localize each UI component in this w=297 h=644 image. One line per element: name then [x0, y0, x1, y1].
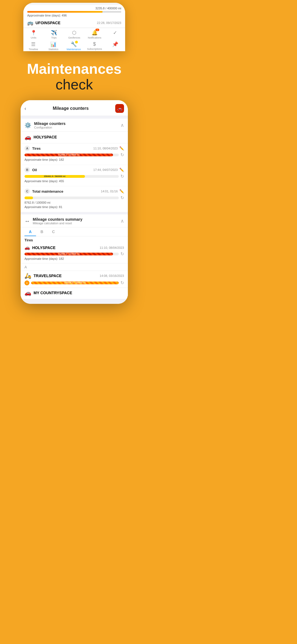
- top-progress-fill: [27, 11, 103, 13]
- maint-refresh-tires[interactable]: ↻: [120, 152, 124, 157]
- holyspace-car-icon: 🚗: [24, 134, 31, 140]
- holyspace-header: 🚗 HOLYSPACE: [24, 134, 124, 140]
- travelspace-header: 🛵 TRAVELSPACE 14:08, 03/16/2023: [24, 272, 124, 279]
- top-unit-icon: 🚌: [27, 20, 33, 26]
- maint-progress-fill-tires: 212060.2 / 224000 mi: [24, 154, 113, 156]
- maint-header-oil: B Oil 17:44, 04/07/2023 ✏️: [24, 167, 124, 173]
- countryspace-name: MY COUNTRYSPACE: [34, 291, 72, 295]
- maint-name-oil: Oil: [32, 168, 93, 172]
- maint-date-tires: 11:10, 08/04/2023: [93, 147, 118, 150]
- summary-icon: ↔️: [24, 218, 30, 224]
- nav-item-check[interactable]: ✓: [108, 30, 122, 39]
- nav-item-statistics[interactable]: 📊 Statistics: [46, 41, 60, 51]
- mileage-counters-section: ⚙️ Mileage counters Configuration ∧ 🚗 HO…: [21, 119, 128, 212]
- summary-holyspace-icon: 🚗: [24, 245, 30, 250]
- maint-date-total: 14:01, 01/16: [101, 190, 118, 193]
- maint-letter-b: B: [24, 167, 30, 173]
- maint-progress-fill-total: [24, 197, 33, 199]
- summary-tabs: A B C: [21, 227, 128, 236]
- collapse-icon-mileage[interactable]: ∧: [120, 122, 124, 128]
- phone-title: Mileage counters: [26, 106, 115, 111]
- nav-label-geofences: Geofences: [68, 36, 80, 39]
- tab-b[interactable]: B: [36, 227, 48, 236]
- nav-label-notifications: Notifications: [88, 36, 101, 39]
- maint-progress-row-total: ↻: [24, 195, 124, 200]
- top-bar: 3235.8 / 400000 mi Approximate time (day…: [23, 5, 125, 18]
- holyspace-unit-block: 🚗 HOLYSPACE: [21, 132, 128, 143]
- summary-holyspace: 🚗 HOLYSPACE 11:10, 08/04/2023 212060.2 /…: [21, 243, 128, 263]
- subscriptions-icon: $: [93, 41, 96, 47]
- headline-main: Maintenances: [6, 61, 143, 77]
- summary-holyspace-name: HOLYSPACE: [32, 245, 56, 250]
- nav-item-units[interactable]: 📍 Units: [27, 30, 40, 39]
- pin-icon: 📌: [112, 41, 118, 47]
- travelspace-block: 🛵 TRAVELSPACE 14:08, 03/16/2023 i 155029…: [21, 271, 128, 288]
- mileage-config-icon: ⚙️: [24, 122, 31, 129]
- maint-progress-bg-total: [24, 197, 119, 199]
- travelspace-icon: 🛵: [24, 272, 31, 279]
- maint-refresh-total[interactable]: ↻: [120, 195, 124, 200]
- nav-item-maintenance[interactable]: 🔧 Maintenance: [67, 41, 81, 51]
- nav-label-maintenance: Maintenance: [67, 48, 81, 51]
- summary-tires-label: Tires: [21, 236, 128, 243]
- timeline-icon: ☰: [31, 41, 35, 47]
- summary-time-holyspace: Approximate time (days): 182: [24, 257, 124, 260]
- nav-label-statistics: Statistics: [48, 48, 58, 51]
- maint-edit-icon-oil[interactable]: ✏️: [119, 168, 124, 172]
- summary-letter-a: A: [24, 265, 27, 269]
- travelspace-name: TRAVELSPACE: [34, 274, 62, 278]
- maint-edit-icon-tires[interactable]: ✏️: [119, 146, 124, 151]
- summary-progress-row-holyspace: 212060.2 / 224000 mi ↻: [24, 251, 124, 256]
- top-unit-name: UFOINSPACE: [35, 21, 95, 25]
- travel-progress-row: i 155029.4 / 100000 mi ↻: [24, 280, 124, 285]
- countryspace-block: 🚗 MY COUNTRYSPACE: [21, 288, 128, 299]
- nav-item-notifications[interactable]: 🔔 1 Notifications: [88, 30, 101, 39]
- summary-refresh-holyspace[interactable]: ↻: [120, 251, 124, 256]
- nav-label-timeline: Timeline: [29, 48, 38, 51]
- check-icon: ✓: [113, 30, 117, 36]
- maint-refresh-oil[interactable]: ↻: [120, 174, 124, 179]
- section-header-texts-mileage: Mileage counters Configuration: [34, 121, 120, 129]
- travel-progress-bg: 155029.4 / 100000 mi: [31, 282, 119, 284]
- maint-progress-fill-oil: 358461.9 / 560000 mi: [24, 175, 85, 178]
- section-title-summary: Mileage counters summary: [33, 217, 120, 222]
- top-time-text: Approximate time (days): 496: [27, 14, 121, 17]
- nav-item-pin[interactable]: 📌: [108, 41, 122, 51]
- maint-name-tires: Tires: [32, 146, 93, 151]
- countryspace-icon: 🚗: [24, 290, 31, 296]
- nav-item-timeline[interactable]: ☰ Timeline: [26, 41, 40, 51]
- phone-header: ‹ Mileage counters 🚗: [21, 100, 128, 116]
- section-header-mileage: ⚙️ Mileage counters Configuration ∧: [21, 119, 128, 132]
- summary-progress-bg-holyspace: 212060.2 / 224000 mi: [24, 253, 119, 255]
- section-subtitle-summary: Mileage calculation and reset: [33, 222, 120, 225]
- units-icon: 📍: [31, 30, 37, 36]
- top-progress-bar: [27, 11, 121, 13]
- tab-c[interactable]: C: [48, 227, 59, 236]
- nav-item-subscriptions[interactable]: $ Subscriptions: [87, 41, 102, 51]
- maint-progress-label-oil: 358461.9 / 560000 mi: [24, 175, 85, 178]
- maint-progress-label-tires: 212060.2 / 224000 mi: [24, 154, 113, 156]
- collapse-icon-summary[interactable]: ∧: [120, 218, 124, 224]
- bottom-nav: 📍 Units ✈️ Trips ⬡ Geofences 🔔: [23, 28, 125, 51]
- section-header-summary: ↔️ Mileage counters summary Mileage calc…: [21, 214, 128, 227]
- section-title-mileage: Mileage counters: [34, 121, 120, 126]
- nav-label-trips: Trips: [51, 36, 57, 39]
- travel-refresh[interactable]: ↻: [120, 280, 124, 285]
- tab-a[interactable]: A: [24, 227, 36, 236]
- geofences-icon: ⬡: [72, 30, 76, 36]
- maint-progress-bg-tires: 212060.2 / 224000 mi: [24, 154, 119, 156]
- bottom-phone: ‹ Mileage counters 🚗 ⚙️ Mileage counters…: [21, 100, 128, 304]
- top-unit-datetime: 22:28, 09/17/2023: [97, 21, 121, 24]
- nav-item-trips[interactable]: ✈️ Trips: [47, 30, 61, 39]
- summary-section: ↔️ Mileage counters summary Mileage calc…: [21, 214, 128, 299]
- top-mileage-text: 3235.8 / 400000 mi: [27, 7, 121, 10]
- nav-item-geofences[interactable]: ⬡ Geofences: [67, 30, 81, 39]
- top-phone: 3235.8 / 400000 mi Approximate time (day…: [23, 3, 125, 51]
- maintenance-badge: [75, 41, 78, 43]
- summary-holyspace-header: 🚗 HOLYSPACE 11:10, 08/04/2023: [24, 245, 124, 250]
- maint-progress-bg-oil: 358461.9 / 560000 mi: [24, 175, 119, 178]
- maint-time-total: 8762.8 / 100000 mi: [24, 201, 50, 204]
- nav-row-2: ☰ Timeline 📊 Statistics 🔧 Maintenance: [23, 40, 125, 51]
- maint-edit-icon-total[interactable]: ✏️: [119, 189, 124, 193]
- notifications-badge-wrap: 🔔 1: [92, 30, 98, 36]
